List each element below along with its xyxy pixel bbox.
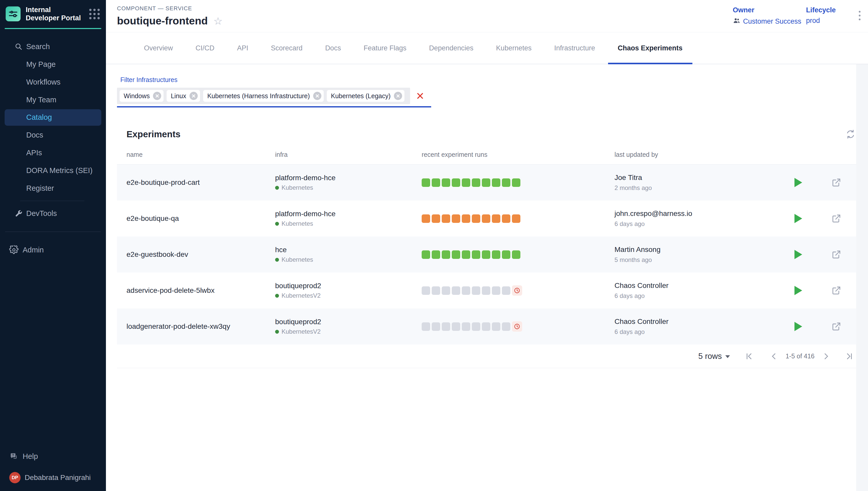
next-page-button[interactable] — [822, 352, 831, 361]
sidebar-item-workflows[interactable]: Workflows — [0, 73, 106, 91]
run-status-square[interactable] — [502, 214, 510, 223]
run-status-square[interactable] — [472, 214, 480, 223]
favorite-star-icon[interactable]: ☆ — [213, 16, 223, 26]
run-status-square[interactable] — [422, 286, 430, 295]
run-status-square[interactable] — [422, 178, 430, 187]
refresh-icon[interactable] — [845, 129, 856, 139]
open-in-new-icon[interactable] — [832, 286, 856, 295]
run-status-square[interactable] — [422, 214, 430, 223]
run-status-square[interactable] — [512, 178, 520, 187]
run-experiment-button[interactable] — [794, 250, 802, 259]
run-experiment-button[interactable] — [794, 214, 802, 223]
run-status-square[interactable] — [452, 178, 460, 187]
remove-chip-icon[interactable]: × — [394, 92, 402, 100]
app-switcher-icon[interactable] — [89, 9, 100, 19]
user-menu[interactable]: DP Debabrata Panigrahi — [0, 465, 106, 491]
run-status-square[interactable] — [452, 214, 460, 223]
run-status-square[interactable] — [492, 178, 500, 187]
owner-link[interactable]: Customer Success — [743, 18, 802, 25]
run-status-square[interactable] — [482, 250, 490, 259]
run-status-square[interactable] — [432, 250, 440, 259]
sidebar-item-search[interactable]: Search — [0, 38, 106, 56]
run-status-square[interactable] — [512, 214, 520, 223]
run-status-square[interactable] — [492, 250, 500, 259]
run-experiment-button[interactable] — [794, 178, 802, 187]
run-status-square[interactable] — [492, 322, 500, 331]
tab-ci-cd[interactable]: CI/CD — [184, 32, 226, 64]
open-in-new-icon[interactable] — [832, 213, 856, 223]
tab-docs[interactable]: Docs — [314, 32, 352, 64]
run-experiment-button[interactable] — [794, 322, 802, 331]
sidebar-item-devtools[interactable]: DevTools — [0, 205, 106, 222]
run-status-square[interactable] — [462, 286, 470, 295]
kebab-menu-icon[interactable] — [857, 9, 863, 22]
sidebar-item-apis[interactable]: APIs — [0, 144, 106, 162]
run-status-square[interactable] — [472, 322, 480, 331]
run-status-square[interactable] — [482, 322, 490, 331]
previous-page-button[interactable] — [770, 352, 778, 361]
run-status-square[interactable] — [472, 178, 480, 187]
run-status-square[interactable] — [452, 322, 460, 331]
run-status-square[interactable] — [462, 250, 470, 259]
remove-chip-icon[interactable]: × — [190, 92, 198, 100]
run-status-square[interactable] — [432, 286, 440, 295]
sidebar-item-help[interactable]: ? Help — [0, 447, 106, 465]
run-status-square[interactable] — [442, 322, 450, 331]
run-experiment-button[interactable] — [794, 286, 802, 295]
filter-infrastructures-link[interactable]: Filter Infrastructures — [120, 76, 177, 84]
remove-chip-icon[interactable]: × — [313, 92, 321, 100]
run-status-square[interactable] — [472, 286, 480, 295]
run-status-square[interactable] — [442, 214, 450, 223]
run-status-square[interactable] — [482, 178, 490, 187]
run-status-square[interactable] — [502, 286, 510, 295]
run-status-square[interactable] — [452, 286, 460, 295]
run-status-square[interactable] — [482, 286, 490, 295]
sidebar-item-docs[interactable]: Docs — [0, 126, 106, 144]
run-status-square[interactable] — [452, 250, 460, 259]
sidebar-item-my-page[interactable]: My Page — [0, 56, 106, 73]
recent-runs — [422, 178, 614, 187]
run-status-square[interactable] — [512, 250, 520, 259]
run-status-square[interactable] — [422, 322, 430, 331]
tab-chaos-experiments[interactable]: Chaos Experiments — [607, 32, 694, 64]
sidebar-item-register[interactable]: Register — [0, 179, 106, 197]
tab-kubernetes[interactable]: Kubernetes — [485, 32, 543, 64]
run-status-square[interactable] — [462, 214, 470, 223]
sidebar-item-my-team[interactable]: My Team — [0, 91, 106, 109]
run-status-square[interactable] — [442, 286, 450, 295]
last-page-button[interactable] — [845, 352, 853, 361]
run-status-square[interactable] — [502, 178, 510, 187]
first-page-button[interactable] — [745, 352, 754, 361]
tab-infrastructure[interactable]: Infrastructure — [543, 32, 606, 64]
run-status-square[interactable] — [432, 214, 440, 223]
run-status-square[interactable] — [502, 250, 510, 259]
run-status-square[interactable] — [492, 286, 500, 295]
scrollbar-track[interactable] — [856, 64, 868, 491]
run-status-square[interactable] — [492, 214, 500, 223]
rows-per-page-select[interactable]: 5 rows — [698, 352, 730, 361]
clear-filters-icon[interactable] — [416, 91, 425, 100]
tab-dependencies[interactable]: Dependencies — [418, 32, 485, 64]
sidebar-item-dora-metrics-sei-[interactable]: DORA Metrics (SEI) — [0, 162, 106, 179]
run-status-square[interactable] — [472, 250, 480, 259]
run-status-square[interactable] — [482, 214, 490, 223]
run-status-square[interactable] — [462, 322, 470, 331]
open-in-new-icon[interactable] — [832, 322, 856, 331]
tab-scorecard[interactable]: Scorecard — [260, 32, 314, 64]
remove-chip-icon[interactable]: × — [153, 92, 161, 100]
infrastructure-filter-input[interactable]: Windows×Linux×Kubernetes (Harness Infras… — [117, 88, 431, 108]
sidebar-item-admin[interactable]: Admin — [0, 241, 106, 259]
run-status-square[interactable] — [422, 250, 430, 259]
run-status-square[interactable] — [462, 178, 470, 187]
tab-feature-flags[interactable]: Feature Flags — [352, 32, 418, 64]
tab-overview[interactable]: Overview — [133, 32, 184, 64]
run-status-square[interactable] — [432, 178, 440, 187]
run-status-square[interactable] — [502, 322, 510, 331]
tab-api[interactable]: API — [226, 32, 260, 64]
run-status-square[interactable] — [442, 250, 450, 259]
open-in-new-icon[interactable] — [832, 250, 856, 259]
sidebar-item-catalog[interactable]: Catalog — [5, 109, 101, 126]
run-status-square[interactable] — [432, 322, 440, 331]
open-in-new-icon[interactable] — [832, 178, 856, 187]
run-status-square[interactable] — [442, 178, 450, 187]
